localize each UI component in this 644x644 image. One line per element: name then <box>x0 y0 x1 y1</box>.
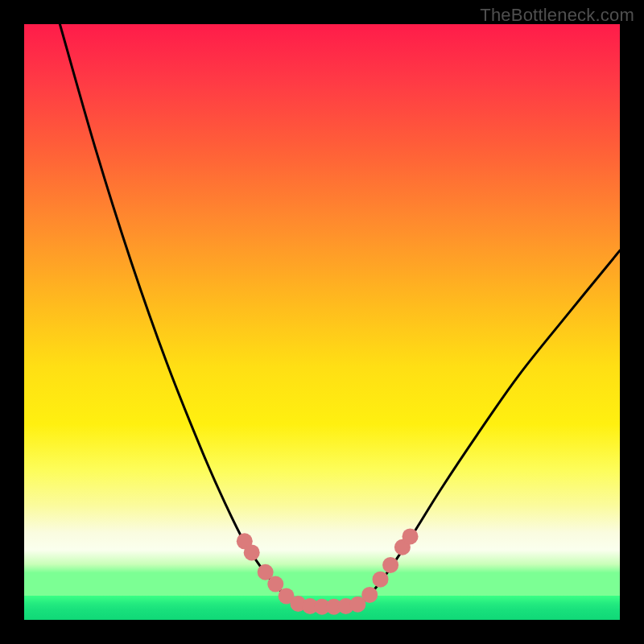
highlight-dot <box>402 528 419 544</box>
highlight-dot <box>373 572 389 588</box>
marker-group <box>237 528 419 614</box>
chart-frame: TheBottleneck.com <box>0 0 644 644</box>
watermark-text: TheBottleneck.com <box>480 5 634 26</box>
highlight-dot <box>244 544 260 560</box>
bottleneck-curve <box>60 24 620 607</box>
curve-group <box>60 24 620 607</box>
plot-area <box>24 24 620 620</box>
highlight-dot <box>382 557 398 573</box>
highlight-dot <box>361 587 378 603</box>
curve-layer <box>24 24 620 620</box>
highlight-dot <box>267 576 283 592</box>
